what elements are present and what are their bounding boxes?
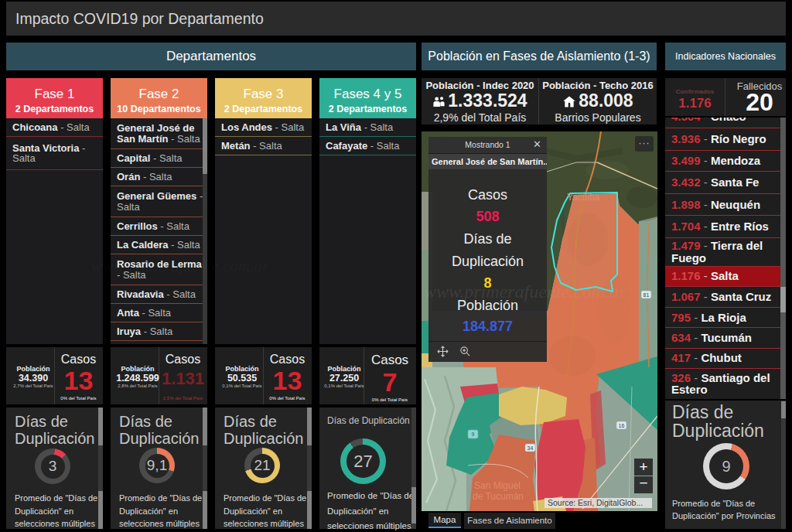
svg-text:Yacuiba: Yacuiba <box>567 192 600 203</box>
svg-text:34: 34 <box>527 445 534 451</box>
svg-text:9: 9 <box>472 431 475 437</box>
svg-text:San Miguel: San Miguel <box>474 480 521 491</box>
svg-text:de Tucumán: de Tucumán <box>473 491 524 502</box>
svg-text:81: 81 <box>644 292 650 298</box>
svg-text:16: 16 <box>619 423 625 428</box>
